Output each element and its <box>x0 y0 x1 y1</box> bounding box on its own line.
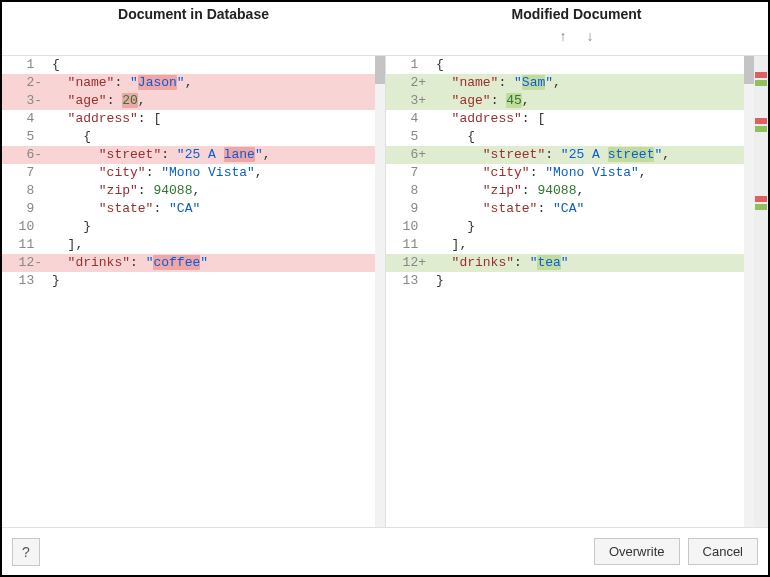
code-line: "drinks": "tea" <box>432 254 744 272</box>
diff-nav-arrows: ↑ ↓ <box>560 28 594 44</box>
json-punct: , <box>522 93 530 108</box>
minimap-removed-marker[interactable] <box>755 118 767 124</box>
json-key: "state" <box>483 201 538 216</box>
json-key: "city" <box>483 165 530 180</box>
json-punct: : <box>130 255 146 270</box>
json-string-added: tea <box>537 255 560 270</box>
json-punct <box>436 183 483 198</box>
line-number: 4 <box>2 110 48 128</box>
json-key: "address" <box>68 111 138 126</box>
json-string: "CA" <box>169 201 200 216</box>
json-punct: : [ <box>138 111 161 126</box>
json-key: "age" <box>68 93 107 108</box>
line-number: 2+ <box>386 74 432 92</box>
line-number: 9 <box>2 200 48 218</box>
json-punct: { <box>52 57 60 72</box>
minimap-removed-marker[interactable] <box>755 72 767 78</box>
json-punct: { <box>52 129 91 144</box>
json-punct: } <box>52 219 91 234</box>
code-line: { <box>432 56 744 74</box>
header-right: Modified Document ↑ ↓ <box>385 2 768 55</box>
json-string: "25 A <box>177 147 224 162</box>
json-punct: : <box>146 165 162 180</box>
line-number: 7 <box>386 164 432 182</box>
json-punct: } <box>436 219 475 234</box>
json-punct: ], <box>52 237 83 252</box>
minimap-added-marker[interactable] <box>755 80 767 86</box>
json-punct <box>52 165 99 180</box>
line-number: 5 <box>386 128 432 146</box>
json-punct: : <box>545 147 561 162</box>
json-string: "Mono Vista" <box>161 165 255 180</box>
left-pane[interactable]: 1 2- 3- 4 5 6- 7 8 9 10 11 12-13 { "name… <box>2 56 385 527</box>
json-key: "drinks" <box>452 255 514 270</box>
json-string: " <box>561 255 569 270</box>
json-punct: : <box>514 255 530 270</box>
json-key: "state" <box>99 201 154 216</box>
line-number: 3+ <box>386 92 432 110</box>
line-number: 4 <box>386 110 432 128</box>
json-punct: : <box>153 201 169 216</box>
json-punct <box>436 255 452 270</box>
json-key: "street" <box>99 147 161 162</box>
json-punct <box>436 201 483 216</box>
json-punct: } <box>436 273 444 288</box>
left-gutter: 1 2- 3- 4 5 6- 7 8 9 10 11 12-13 <box>2 56 48 527</box>
cancel-button[interactable]: Cancel <box>688 538 758 565</box>
right-minimap[interactable] <box>754 56 768 527</box>
json-punct: , <box>192 183 200 198</box>
line-number: 13 <box>386 272 432 290</box>
right-pane[interactable]: 1 2+ 3+ 4 5 6+ 7 8 9 10 11 12+13 { "name… <box>385 56 768 527</box>
code-line: "city": "Mono Vista", <box>432 164 744 182</box>
left-code[interactable]: { "name": "Jason", "age": 20, "address":… <box>48 56 375 527</box>
diff-headers: Document in Database Modified Document ↑… <box>2 2 768 56</box>
json-punct <box>52 75 68 90</box>
code-line: "street": "25 A lane", <box>48 146 375 164</box>
code-line: } <box>48 218 375 236</box>
right-scrollbar[interactable] <box>744 56 754 527</box>
json-key: "drinks" <box>68 255 130 270</box>
json-punct <box>436 147 483 162</box>
left-scroll-thumb[interactable] <box>375 56 385 84</box>
line-number: 12- <box>2 254 48 272</box>
header-left-title: Document in Database <box>118 6 269 22</box>
minimap-added-marker[interactable] <box>755 126 767 132</box>
line-number: 3- <box>2 92 48 110</box>
header-right-title: Modified Document <box>512 6 642 22</box>
json-punct: : <box>114 75 130 90</box>
json-string: " <box>255 147 263 162</box>
minimap-added-marker[interactable] <box>755 204 767 210</box>
line-number: 8 <box>386 182 432 200</box>
prev-diff-icon[interactable]: ↑ <box>560 28 567 44</box>
code-line: } <box>432 272 744 290</box>
json-punct: : <box>161 147 177 162</box>
json-punct <box>436 93 452 108</box>
footer: ? Overwrite Cancel <box>2 527 768 575</box>
next-diff-icon[interactable]: ↓ <box>587 28 594 44</box>
json-string-added: Sam <box>522 75 545 90</box>
right-code[interactable]: { "name": "Sam", "age": 45, "address": [… <box>432 56 744 527</box>
line-number: 11 <box>386 236 432 254</box>
right-scroll-thumb[interactable] <box>744 56 754 84</box>
code-line: { <box>432 128 744 146</box>
json-punct: : <box>537 201 553 216</box>
json-key: "zip" <box>99 183 138 198</box>
json-key: "zip" <box>483 183 522 198</box>
line-number: 1 <box>386 56 432 74</box>
minimap-removed-marker[interactable] <box>755 196 767 202</box>
json-punct: : [ <box>522 111 545 126</box>
json-string-added: street <box>608 147 655 162</box>
json-punct: ], <box>436 237 467 252</box>
json-number: 94088 <box>153 183 192 198</box>
line-number: 11 <box>2 236 48 254</box>
overwrite-button[interactable]: Overwrite <box>594 538 680 565</box>
left-scrollbar[interactable] <box>375 56 385 527</box>
json-string-removed: lane <box>224 147 255 162</box>
code-line: "state": "CA" <box>48 200 375 218</box>
code-line: } <box>432 218 744 236</box>
code-line: "age": 20, <box>48 92 375 110</box>
json-key: "street" <box>483 147 545 162</box>
help-button[interactable]: ? <box>12 538 40 566</box>
json-punct <box>52 93 68 108</box>
json-number-removed: 20 <box>122 93 138 108</box>
